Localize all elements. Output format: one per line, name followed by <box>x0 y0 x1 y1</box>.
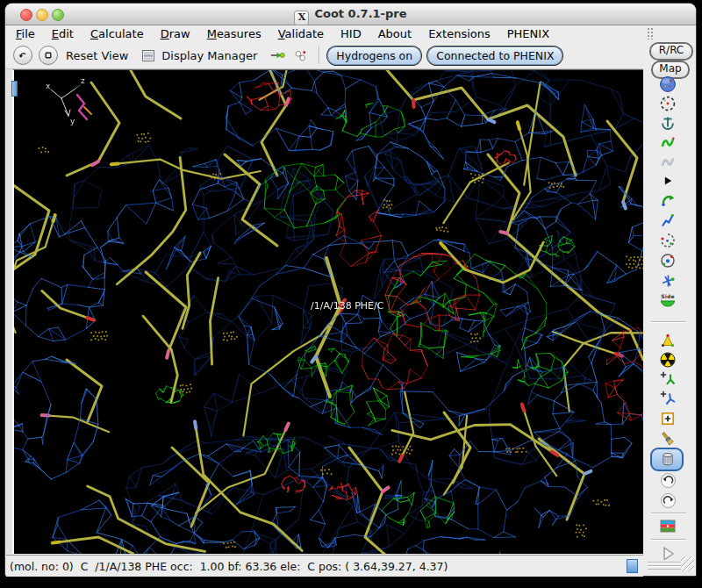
right-tool-panel: R/RC Map <box>643 42 696 576</box>
radioactive-mutate-icon[interactable] <box>658 350 677 369</box>
menu-about[interactable]: About <box>378 27 412 40</box>
rrc-button[interactable]: R/RC <box>649 42 693 61</box>
reset-view-button[interactable]: Reset View <box>66 49 128 62</box>
menu-file[interactable]: File <box>16 27 35 40</box>
flip-peptide-star-icon[interactable] <box>658 271 677 290</box>
gl-viewport[interactable] <box>12 69 643 554</box>
menu-edit[interactable]: Edit <box>52 27 74 40</box>
dashed-sphere-icon[interactable] <box>658 94 677 113</box>
toolbar-drag-handle[interactable] <box>647 27 654 39</box>
main-toolbar: Reset View Display Manager Hydrogens on … <box>6 42 643 69</box>
display-manager-icon <box>140 48 156 63</box>
menu-validate[interactable]: Validate <box>278 27 324 40</box>
paintbrush-icon[interactable] <box>658 429 677 448</box>
x11-icon: X <box>294 11 309 25</box>
mutate-triangle-icon[interactable] <box>658 331 677 350</box>
window-resize-grip[interactable] <box>681 556 694 571</box>
anchor-icon[interactable] <box>658 113 677 133</box>
toolbar-separator <box>319 47 320 64</box>
recentre-sphere-icon[interactable] <box>658 75 677 94</box>
panel-separator <box>651 539 686 541</box>
menu-hid[interactable]: HID <box>340 27 362 40</box>
back-view-button[interactable] <box>13 46 32 65</box>
side-chain-180-icon[interactable]: Side <box>658 292 677 313</box>
redo-arrow-icon[interactable] <box>658 491 677 510</box>
go-to-atom-icon[interactable] <box>269 48 286 62</box>
molecule-icon[interactable] <box>293 47 308 63</box>
title-bar[interactable]: XCoot 0.7.1-pre <box>5 4 696 25</box>
delete-trash-icon[interactable] <box>658 449 677 469</box>
place-atom-box-icon[interactable] <box>658 409 677 428</box>
rotamer-circle-atoms-icon[interactable] <box>658 251 677 270</box>
rotate-translate-arrow-icon[interactable] <box>658 190 677 210</box>
status-scrollbar-thumb[interactable] <box>627 559 638 573</box>
stop-view-button[interactable] <box>39 46 58 65</box>
menu-phenix[interactable]: PHENIX <box>507 27 549 40</box>
panel-separator <box>651 513 686 514</box>
chi-angles-zigzag-icon[interactable] <box>658 211 677 230</box>
atom-status-text: (mol. no: 0) C /1/A/138 PHE occ: 1.00 bf… <box>6 560 448 573</box>
status-bar: (mol. no: 0) C /1/A/138 PHE occ: 1.00 bf… <box>6 555 643 577</box>
panel-grip[interactable] <box>648 560 681 570</box>
window-title: XCoot 0.7.1-pre <box>5 7 696 25</box>
back-arrow-icon <box>16 48 30 62</box>
menu-draw[interactable]: Draw <box>161 27 190 40</box>
add-terminal-residue-icon[interactable] <box>658 369 677 389</box>
green-squiggle-refine-icon[interactable] <box>658 133 677 152</box>
play-triangle-icon[interactable] <box>658 171 677 190</box>
viewport-area <box>6 69 643 554</box>
coot-window: XCoot 0.7.1-pre File Edit Calculate Draw… <box>5 4 696 576</box>
menu-measures[interactable]: Measures <box>207 27 261 40</box>
menu-calculate[interactable]: Calculate <box>90 27 144 40</box>
hydrogens-toggle-button[interactable]: Hydrogens on <box>327 47 421 65</box>
add-alt-conf-icon[interactable] <box>658 389 677 408</box>
display-manager-button[interactable]: Display Manager <box>161 49 257 62</box>
menu-extensions[interactable]: Extensions <box>428 27 491 40</box>
undo-arrow-icon[interactable] <box>658 470 677 490</box>
square-icon <box>41 48 55 62</box>
panel-separator <box>651 321 686 323</box>
phenix-connection-button[interactable]: Connected to PHENIX <box>427 47 562 65</box>
menu-bar: File Edit Calculate Draw Measures Valida… <box>5 25 696 42</box>
contour-scrollbar-thumb[interactable] <box>11 81 18 97</box>
flag-icon[interactable] <box>658 516 677 535</box>
rotamer-dashed-circle-icon[interactable] <box>658 231 677 250</box>
grey-squiggle-regularize-icon[interactable] <box>658 152 677 171</box>
